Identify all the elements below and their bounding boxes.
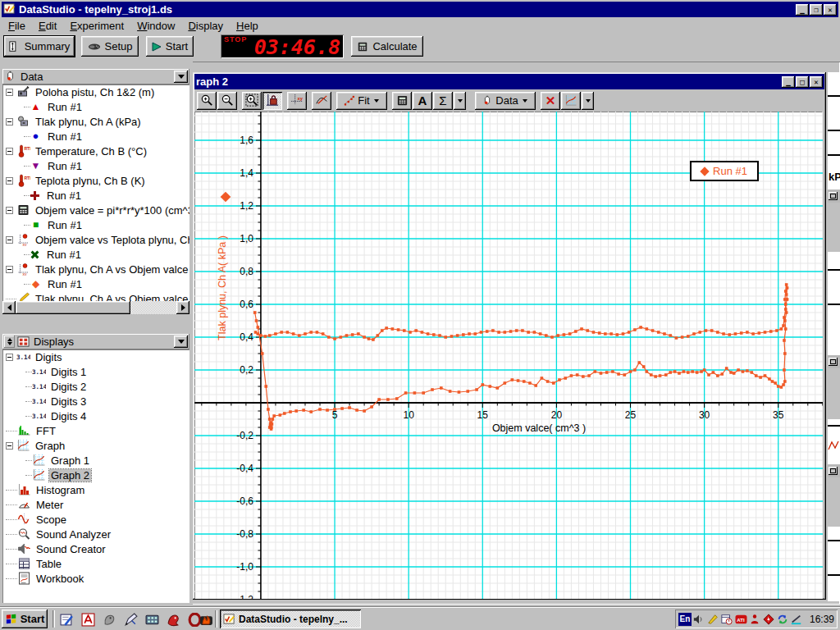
- tree-collapse-box[interactable]: [6, 442, 13, 450]
- tree-collapse-box[interactable]: [6, 236, 13, 244]
- display-item-table[interactable]: Table: [2, 556, 189, 571]
- data-item-2-run-0[interactable]: ▼Run #1: [2, 158, 189, 173]
- graph-minimize-button[interactable]: ▁: [782, 76, 795, 88]
- data-menu-button[interactable]: Data: [475, 92, 536, 110]
- graph-settings-dropdown[interactable]: [582, 92, 594, 110]
- quicklaunch-pen-icon[interactable]: [121, 610, 139, 628]
- display-item-fft[interactable]: FFT: [2, 423, 189, 438]
- panel-splitter-control[interactable]: [4, 336, 15, 348]
- display-item-graph-1[interactable]: Graph 1: [2, 453, 189, 468]
- tray-ati-icon[interactable]: ATI: [734, 613, 747, 626]
- quicklaunch-keypad-icon[interactable]: [143, 610, 161, 628]
- tree-collapse-box[interactable]: [6, 354, 13, 361]
- display-item-graph[interactable]: Graph: [2, 438, 189, 453]
- display-item-digits-3[interactable]: Digits 3: [2, 394, 189, 409]
- scale-to-fit-button[interactable]: [262, 92, 282, 110]
- restore-button[interactable]: ❐: [810, 4, 823, 16]
- tree-collapse-box[interactable]: [6, 118, 13, 126]
- tree-collapse-box[interactable]: [6, 266, 13, 273]
- tray-connection-icon[interactable]: [790, 613, 803, 626]
- setup-button[interactable]: Setup: [81, 36, 139, 57]
- display-item-digits-1[interactable]: Digits 1: [2, 364, 189, 379]
- data-item-1-run-0[interactable]: ●Run #1: [2, 129, 189, 144]
- task-button-datastudio[interactable]: DataStudio - tepelny_...: [220, 609, 361, 628]
- display-item-scope[interactable]: Scope: [2, 512, 189, 527]
- data-item-6[interactable]: Tlak plynu, Ch A vs Objem valce: [2, 262, 189, 276]
- data-tree-hscrollbar[interactable]: [2, 301, 189, 314]
- data-item-3[interactable]: Teplota plynu, Ch B (K): [2, 173, 189, 188]
- tray-sync-icon[interactable]: [776, 613, 789, 626]
- menu-edit[interactable]: Edit: [32, 18, 63, 34]
- plot-area[interactable]: 1,61,41,21,00,80,60,40,2-0,2-0,4-0,6-0,8…: [194, 112, 823, 599]
- tree-item-label: Table: [34, 558, 63, 570]
- display-item-digits-4[interactable]: Digits 4: [2, 409, 189, 423]
- tree-collapse-box[interactable]: [6, 207, 13, 214]
- data-item-0[interactable]: Poloha pistu, Ch 1&2 (m): [2, 84, 189, 99]
- scroll-right-button[interactable]: [176, 301, 189, 314]
- statistics-button[interactable]: Σ: [433, 92, 453, 110]
- tray-scheduler-icon[interactable]: [720, 613, 733, 626]
- text-annotation-button[interactable]: A: [413, 92, 432, 110]
- smart-tool-button[interactable]: xy: [287, 92, 307, 110]
- tree-collapse-box[interactable]: [6, 148, 13, 155]
- data-item-2[interactable]: Temperature, Ch B (°C): [2, 144, 189, 158]
- start-menu-button[interactable]: Start: [2, 609, 48, 628]
- data-item-7[interactable]: Tlak plynu, Ch A vs Objem valce: [2, 291, 189, 301]
- remove-button[interactable]: ✕: [541, 92, 560, 110]
- tree-collapse-box[interactable]: [6, 89, 13, 96]
- tray-yellow-tool-icon[interactable]: [706, 613, 719, 626]
- data-item-5-run-0[interactable]: Run #1: [2, 247, 189, 262]
- close-button[interactable]: ✕: [824, 4, 837, 16]
- display-item-workbook[interactable]: Workbook: [2, 571, 189, 586]
- menu-help[interactable]: Help: [230, 18, 265, 34]
- start-button[interactable]: Start: [146, 36, 194, 57]
- data-item-5[interactable]: Objem valce vs Teplota plynu, Ch: [2, 232, 189, 247]
- data-item-0-run-0[interactable]: ▲Run #1: [2, 99, 189, 114]
- display-item-sound-analyzer[interactable]: Sound Analyzer: [2, 527, 189, 541]
- menu-window[interactable]: Window: [130, 18, 181, 34]
- quicklaunch-dragon-icon[interactable]: [164, 610, 182, 628]
- display-item-sound-creator[interactable]: Sound Creator: [2, 541, 189, 556]
- tree-collapse-box[interactable]: [6, 177, 13, 185]
- keyboard-layout-indicator[interactable]: En: [678, 613, 692, 626]
- zoom-out-button[interactable]: [217, 92, 237, 110]
- menu-file[interactable]: File: [2, 18, 32, 34]
- minimize-button[interactable]: ▁: [796, 4, 809, 16]
- clock[interactable]: 16:39: [810, 614, 834, 625]
- data-item-4[interactable]: Objem valce = pi*r*r*y*100 (cm^3: [2, 203, 189, 217]
- zoom-select-button[interactable]: [242, 92, 262, 110]
- display-item-histogram[interactable]: Histogram: [2, 482, 189, 497]
- data-item-3-run-0[interactable]: Run #1: [2, 188, 189, 203]
- data-item-4-run-0[interactable]: ■Run #1: [2, 217, 189, 232]
- quicklaunch-gray-app-icon[interactable]: [100, 610, 118, 628]
- menu-experiment[interactable]: Experiment: [63, 18, 130, 34]
- calculate-button[interactable]: Calculate: [351, 36, 423, 57]
- zoom-in-button[interactable]: [197, 92, 217, 110]
- data-item-6-run-0[interactable]: ◆Run #1: [2, 276, 189, 291]
- display-item-graph-2[interactable]: Graph 2: [2, 468, 189, 482]
- quicklaunch-notepad-icon[interactable]: [57, 610, 75, 628]
- menu-display[interactable]: Display: [181, 18, 230, 34]
- tray-diamond-icon[interactable]: [762, 613, 775, 626]
- statistics-dropdown[interactable]: [454, 92, 466, 110]
- scroll-left-button[interactable]: [2, 301, 16, 314]
- scroll-thumb[interactable]: [16, 301, 130, 314]
- data-panel-dropdown[interactable]: [174, 71, 188, 83]
- graph-calculate-button[interactable]: [392, 92, 412, 110]
- fit-button[interactable]: Fit: [336, 92, 387, 110]
- display-item-meter[interactable]: Meter: [2, 497, 189, 512]
- summary-button[interactable]: Summary: [4, 36, 75, 57]
- volume-icon[interactable]: [692, 613, 705, 626]
- tray-vnc-icon[interactable]: [748, 613, 761, 626]
- displays-panel-dropdown[interactable]: [174, 336, 188, 348]
- slope-tool-button[interactable]: [312, 92, 331, 110]
- graph-settings-button[interactable]: [561, 92, 581, 110]
- data-item-1[interactable]: Tlak plynu, Ch A (kPa): [2, 114, 189, 129]
- quicklaunch-acrobat-icon[interactable]: [79, 610, 97, 628]
- display-item-digits[interactable]: Digits: [2, 349, 189, 364]
- graph-maximize-button[interactable]: □: [796, 76, 809, 88]
- legend[interactable]: Run #1: [690, 161, 759, 181]
- quicklaunch-flame-icon[interactable]: [197, 610, 215, 628]
- display-item-digits-2[interactable]: Digits 2: [2, 379, 189, 394]
- graph-close-button[interactable]: ✕: [810, 76, 823, 88]
